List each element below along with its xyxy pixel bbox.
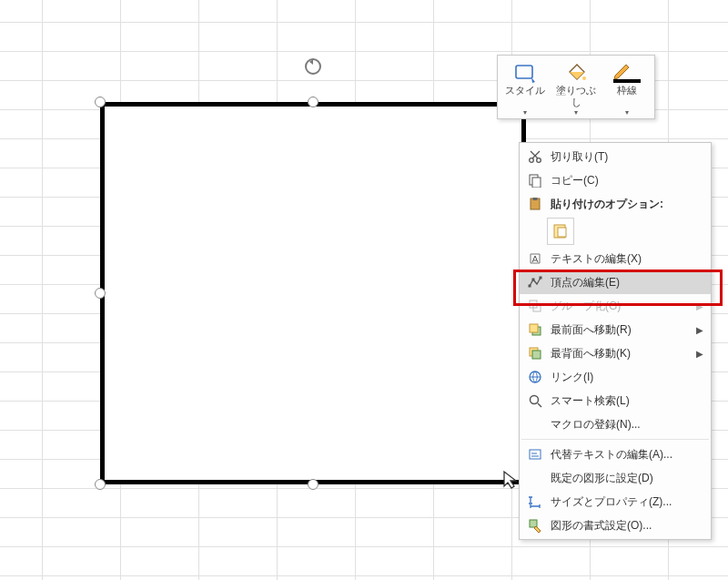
svg-rect-12	[529, 285, 531, 288]
menu-smart-lookup[interactable]: スマート検索(L)	[520, 389, 711, 412]
svg-rect-14	[540, 277, 542, 280]
menu-paste-options-header: 貼り付けのオプション:	[520, 192, 711, 216]
svg-rect-1	[516, 66, 532, 78]
menu-bring-front-label: 最前面へ移動(R)	[551, 322, 691, 338]
paste-option-button[interactable]	[547, 218, 574, 245]
shape-fill-label: 塗りつぶし	[556, 85, 596, 107]
menu-send-back-label: 最背面へ移動(K)	[551, 346, 691, 361]
selection-handle[interactable]	[308, 97, 318, 107]
menu-link-label: リンク(I)	[551, 370, 703, 385]
svg-rect-7	[532, 178, 541, 188]
menu-assign-macro[interactable]: マクロの登録(N)...	[520, 412, 711, 436]
alt-text-icon	[528, 447, 542, 462]
shape-outline-label: 枠線	[617, 85, 637, 96]
svg-rect-18	[530, 324, 538, 332]
copy-icon	[528, 173, 542, 188]
menu-format-shape[interactable]: 図形の書式設定(O)...	[520, 514, 711, 537]
scissors-icon	[528, 149, 542, 164]
clipboard-icon	[528, 197, 542, 211]
menu-link[interactable]: リンク(I)	[520, 365, 711, 389]
shape-rectangle-body[interactable]	[100, 102, 526, 484]
menu-size-props[interactable]: サイズとプロパティ(Z)...	[520, 490, 711, 514]
menu-group: グループ化(G) ▶	[520, 294, 711, 318]
menu-edit-text-label: テキストの編集(X)	[551, 251, 703, 267]
menu-alt-text-label: 代替テキストの編集(A)...	[551, 447, 703, 463]
svg-rect-9	[533, 198, 538, 200]
menu-smart-lookup-label: スマート検索(L)	[551, 393, 703, 409]
shape-rectangle[interactable]	[100, 102, 526, 484]
menu-assign-macro-label: マクロの登録(N)...	[551, 417, 703, 432]
edit-points-icon	[528, 275, 542, 290]
smart-lookup-icon	[528, 393, 542, 408]
selection-handle[interactable]	[95, 97, 106, 107]
menu-copy-label: コピー(C)	[551, 173, 703, 188]
menu-send-back[interactable]: 最背面へ移動(K) ▶	[520, 341, 711, 365]
menu-edit-points[interactable]: 頂点の編集(E)	[520, 270, 711, 294]
shape-style-label: スタイル	[505, 85, 545, 96]
menu-size-props-label: サイズとプロパティ(Z)...	[551, 494, 703, 510]
paste-options-row	[520, 216, 711, 247]
svg-point-5	[537, 158, 541, 163]
menu-separator	[521, 439, 709, 440]
menu-edit-text[interactable]: テキストの編集(X)	[520, 247, 711, 270]
menu-cut[interactable]: 切り取り(T)	[520, 145, 711, 168]
send-back-icon	[528, 346, 542, 361]
selection-handle[interactable]	[95, 479, 106, 490]
menu-format-shape-label: 図形の書式設定(O)...	[551, 518, 703, 534]
svg-rect-13	[532, 279, 535, 281]
menu-cut-label: 切り取り(T)	[551, 149, 703, 165]
menu-set-default-label: 既定の図形に設定(D)	[551, 471, 703, 486]
svg-rect-23	[530, 450, 541, 459]
edit-text-icon	[528, 251, 542, 266]
menu-copy[interactable]: コピー(C)	[520, 168, 711, 192]
group-icon	[528, 299, 542, 313]
shape-fill-button[interactable]: 塗りつぶし ▾	[551, 59, 602, 117]
svg-point-22	[531, 396, 539, 404]
menu-set-default[interactable]: 既定の図形に設定(D)	[520, 466, 711, 490]
submenu-arrow-icon: ▶	[696, 349, 703, 359]
svg-rect-20	[532, 351, 541, 359]
mini-toolbar: スタイル ▾ 塗りつぶし ▾ 枠線 ▾	[497, 55, 655, 119]
rotate-icon	[303, 56, 323, 76]
svg-point-2	[582, 76, 586, 80]
size-props-icon	[528, 494, 542, 509]
paint-bucket-icon	[564, 63, 588, 83]
menu-group-label: グループ化(G)	[551, 299, 691, 314]
menu-bring-front[interactable]: 最前面へ移動(R) ▶	[520, 318, 711, 341]
rotation-handle[interactable]	[303, 56, 323, 76]
submenu-arrow-icon: ▶	[696, 301, 703, 311]
selection-handle[interactable]	[95, 288, 106, 299]
link-icon	[528, 370, 542, 384]
menu-paste-options-label: 貼り付けのオプション:	[551, 197, 703, 212]
shape-style-button[interactable]: スタイル ▾	[500, 59, 551, 117]
menu-alt-text[interactable]: 代替テキストの編集(A)...	[520, 443, 711, 466]
context-menu: 切り取り(T) コピー(C) 貼り付けのオプション:	[519, 142, 712, 540]
paste-option-icon	[551, 222, 570, 240]
bring-front-icon	[528, 322, 542, 337]
outline-pen-icon	[612, 63, 642, 83]
menu-edit-points-label: 頂点の編集(E)	[551, 275, 703, 290]
shape-style-icon	[513, 63, 537, 83]
svg-rect-11	[558, 228, 566, 237]
shape-outline-button[interactable]: 枠線 ▾	[602, 59, 652, 117]
format-shape-icon	[528, 518, 542, 533]
selection-handle[interactable]	[308, 479, 318, 490]
submenu-arrow-icon: ▶	[696, 325, 703, 335]
svg-rect-3	[613, 79, 641, 83]
svg-point-4	[530, 158, 534, 163]
